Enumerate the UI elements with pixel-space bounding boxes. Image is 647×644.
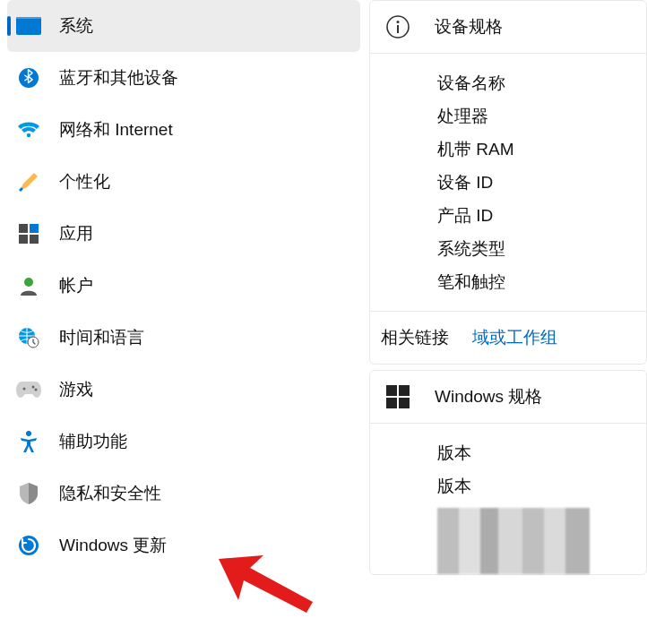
device-spec-title: 设备规格 xyxy=(435,15,503,39)
windows-spec-title: Windows 规格 xyxy=(435,385,542,408)
monitor-icon xyxy=(16,13,41,39)
nav-item-privacy[interactable]: 隐私和安全性 xyxy=(7,468,360,519)
nav-item-apps[interactable]: 应用 xyxy=(7,208,360,260)
spec-row: 机带 RAM xyxy=(437,133,646,166)
redacted-values xyxy=(437,508,590,574)
nav-item-bluetooth[interactable]: 蓝牙和其他设备 xyxy=(7,52,360,104)
paintbrush-icon xyxy=(16,169,41,194)
nav-item-system[interactable]: 系统 xyxy=(7,0,360,52)
nav-label: 游戏 xyxy=(59,378,93,401)
svg-rect-0 xyxy=(16,17,41,35)
apps-icon xyxy=(16,221,41,246)
nav-item-personalization[interactable]: 个性化 xyxy=(7,156,360,208)
spec-row: 版本 xyxy=(437,436,646,469)
svg-rect-18 xyxy=(397,25,399,33)
nav-item-accounts[interactable]: 帐户 xyxy=(7,260,360,312)
svg-rect-4 xyxy=(19,224,28,233)
nav-label: 蓝牙和其他设备 xyxy=(59,66,178,90)
svg-rect-7 xyxy=(30,235,39,244)
globe-clock-icon xyxy=(16,325,41,350)
info-icon xyxy=(384,13,411,40)
nav-label: 系统 xyxy=(59,14,93,38)
spec-row: 产品 ID xyxy=(437,199,646,232)
spec-row: 设备 ID xyxy=(437,166,646,199)
settings-sidebar: 系统 蓝牙和其他设备 网络和 Internet 个性化 应用 帐户 xyxy=(0,0,369,644)
wifi-icon xyxy=(16,117,41,142)
windows-spec-header[interactable]: Windows 规格 xyxy=(370,371,646,423)
spec-row: 版本 xyxy=(437,469,646,502)
gamepad-icon xyxy=(16,377,41,402)
update-icon xyxy=(16,533,41,558)
svg-point-17 xyxy=(397,21,400,23)
nav-item-accessibility[interactable]: 辅助功能 xyxy=(7,416,360,468)
nav-label: 隐私和安全性 xyxy=(59,482,161,505)
nav-item-windows-update[interactable]: Windows 更新 xyxy=(7,519,360,571)
spec-row: 系统类型 xyxy=(437,232,646,265)
svg-rect-5 xyxy=(30,224,39,233)
nav-label: 应用 xyxy=(59,222,93,245)
related-links-row: 相关链接 域或工作组 xyxy=(370,311,646,364)
nav-label: 帐户 xyxy=(59,274,93,297)
svg-rect-22 xyxy=(399,398,410,408)
bluetooth-icon xyxy=(16,65,41,90)
nav-item-gaming[interactable]: 游戏 xyxy=(7,364,360,416)
spec-row: 设备名称 xyxy=(437,66,646,99)
svg-rect-6 xyxy=(19,235,28,244)
accessibility-icon xyxy=(16,429,41,454)
nav-label: 时间和语言 xyxy=(59,326,144,349)
svg-rect-21 xyxy=(386,398,397,408)
spec-row: 处理器 xyxy=(437,99,646,133)
person-icon xyxy=(16,273,41,298)
device-spec-list: 设备名称 处理器 机带 RAM 设备 ID 产品 ID 系统类型 笔和触控 xyxy=(370,53,646,311)
svg-rect-20 xyxy=(399,385,410,396)
windows-spec-list: 版本 版本 xyxy=(370,423,646,574)
windows-icon xyxy=(384,383,411,410)
svg-rect-19 xyxy=(386,385,397,396)
svg-point-14 xyxy=(26,431,31,436)
svg-point-12 xyxy=(32,386,35,389)
device-spec-card: 设备规格 设备名称 处理器 机带 RAM 设备 ID 产品 ID 系统类型 笔和… xyxy=(369,0,647,365)
svg-point-8 xyxy=(24,278,33,287)
nav-label: Windows 更新 xyxy=(59,534,167,557)
nav-label: 辅助功能 xyxy=(59,430,127,453)
domain-workgroup-link[interactable]: 域或工作组 xyxy=(472,326,557,349)
device-spec-header[interactable]: 设备规格 xyxy=(370,1,646,53)
nav-label: 网络和 Internet xyxy=(59,118,173,142)
shield-icon xyxy=(16,481,41,506)
spec-row: 笔和触控 xyxy=(437,265,646,298)
svg-point-13 xyxy=(35,389,38,391)
content-panel: 设备规格 设备名称 处理器 机带 RAM 设备 ID 产品 ID 系统类型 笔和… xyxy=(369,0,647,644)
nav-label: 个性化 xyxy=(59,170,110,193)
windows-spec-card: Windows 规格 版本 版本 xyxy=(369,370,647,575)
svg-point-3 xyxy=(27,133,30,137)
related-links-label: 相关链接 xyxy=(381,326,449,349)
nav-item-time-language[interactable]: 时间和语言 xyxy=(7,312,360,364)
svg-rect-1 xyxy=(16,17,41,19)
nav-item-network[interactable]: 网络和 Internet xyxy=(7,104,360,156)
svg-point-11 xyxy=(23,388,26,391)
